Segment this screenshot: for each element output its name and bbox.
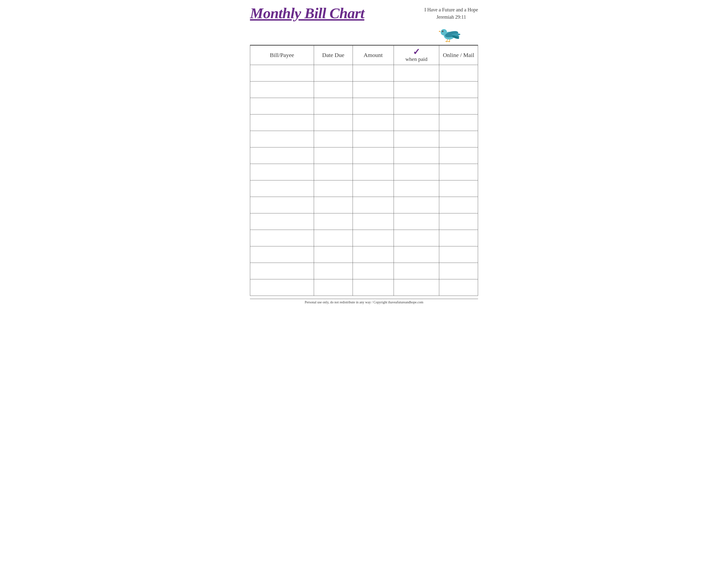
- table-cell: [353, 230, 394, 246]
- table-cell: [439, 263, 478, 279]
- table-cell: [250, 131, 314, 147]
- table-row: [250, 164, 478, 181]
- table-row: [250, 197, 478, 213]
- table-cell: [353, 213, 394, 230]
- table-cell: [353, 147, 394, 164]
- table-cell: [250, 246, 314, 263]
- table-cell: [394, 82, 439, 98]
- col-header-date: Date Due: [314, 46, 353, 65]
- table-cell: [439, 147, 478, 164]
- table-cell: [314, 164, 353, 181]
- page-header: Monthly Bill Chart I Have a Future and a…: [250, 5, 478, 43]
- table-cell: [250, 114, 314, 131]
- table-cell: [314, 65, 353, 82]
- svg-line-10: [449, 39, 450, 41]
- table-cell: [250, 82, 314, 98]
- svg-point-17: [439, 31, 440, 32]
- table-cell: [314, 279, 353, 296]
- check-icon: ✓: [413, 48, 420, 56]
- table-row: [250, 279, 478, 296]
- table-cell: [439, 181, 478, 197]
- table-cell: [439, 246, 478, 263]
- table-cell: [353, 131, 394, 147]
- table-cell: [394, 213, 439, 230]
- table-cell: [250, 65, 314, 82]
- table-row: [250, 246, 478, 263]
- table-row: [250, 181, 478, 197]
- table-cell: [439, 164, 478, 181]
- footer-text: Personal use only, do not redistribute i…: [250, 299, 478, 304]
- table-row: [250, 263, 478, 279]
- bird-illustration: [437, 23, 466, 43]
- table-cell: [394, 279, 439, 296]
- table-cell: [353, 65, 394, 82]
- scripture-text: I Have a Future and a Hope Jeremiah 29:1…: [424, 6, 478, 21]
- col-header-payee: Bill/Payee: [250, 46, 314, 65]
- table-cell: [314, 213, 353, 230]
- col-header-amount: Amount: [353, 46, 394, 65]
- table-cell: [314, 263, 353, 279]
- table-cell: [250, 181, 314, 197]
- table-cell: [314, 197, 353, 213]
- table-row: [250, 131, 478, 147]
- table-cell: [250, 213, 314, 230]
- table-cell: [394, 263, 439, 279]
- table-cell: [250, 147, 314, 164]
- table-cell: [314, 147, 353, 164]
- table-cell: [439, 213, 478, 230]
- table-cell: [250, 197, 314, 213]
- table-cell: [394, 65, 439, 82]
- svg-point-2: [442, 31, 443, 32]
- check-header-text: when paid: [405, 56, 427, 63]
- table-row: [250, 213, 478, 230]
- table-row: [250, 114, 478, 131]
- table-cell: [314, 246, 353, 263]
- table-cell: [314, 181, 353, 197]
- page-title: Monthly Bill Chart: [250, 5, 364, 21]
- table-cell: [394, 98, 439, 114]
- table-cell: [250, 230, 314, 246]
- table-cell: [314, 114, 353, 131]
- table-cell: [439, 98, 478, 114]
- table-cell: [394, 164, 439, 181]
- svg-point-3: [442, 31, 443, 31]
- col-header-check: ✓ when paid: [394, 46, 439, 65]
- table-cell: [353, 263, 394, 279]
- table-row: [250, 82, 478, 98]
- table-cell: [353, 98, 394, 114]
- table-cell: [394, 147, 439, 164]
- table-cell: [250, 98, 314, 114]
- header-right: I Have a Future and a Hope Jeremiah 29:1…: [424, 6, 478, 43]
- table-cell: [439, 279, 478, 296]
- title-area: Monthly Bill Chart: [250, 5, 364, 21]
- table-cell: [353, 197, 394, 213]
- table-cell: [439, 65, 478, 82]
- table-cell: [394, 246, 439, 263]
- table-cell: [314, 82, 353, 98]
- table-cell: [439, 131, 478, 147]
- table-cell: [394, 230, 439, 246]
- table-cell: [353, 82, 394, 98]
- table-cell: [353, 164, 394, 181]
- table-cell: [394, 197, 439, 213]
- table-row: [250, 65, 478, 82]
- bill-table: Bill/Payee Date Due Amount ✓ when paid O…: [250, 45, 478, 296]
- table-cell: [353, 181, 394, 197]
- table-cell: [439, 230, 478, 246]
- table-cell: [394, 131, 439, 147]
- table-cell: [250, 263, 314, 279]
- table-header-row: Bill/Payee Date Due Amount ✓ when paid O…: [250, 46, 478, 65]
- col-header-online: Online / Mail: [439, 46, 478, 65]
- table-cell: [439, 114, 478, 131]
- table-cell: [394, 181, 439, 197]
- svg-line-9: [447, 39, 447, 41]
- table-cell: [353, 246, 394, 263]
- table-cell: [314, 98, 353, 114]
- table-cell: [314, 230, 353, 246]
- table-row: [250, 230, 478, 246]
- table-cell: [250, 164, 314, 181]
- table-cell: [439, 82, 478, 98]
- table-cell: [394, 114, 439, 131]
- table-cell: [439, 197, 478, 213]
- table-cell: [314, 131, 353, 147]
